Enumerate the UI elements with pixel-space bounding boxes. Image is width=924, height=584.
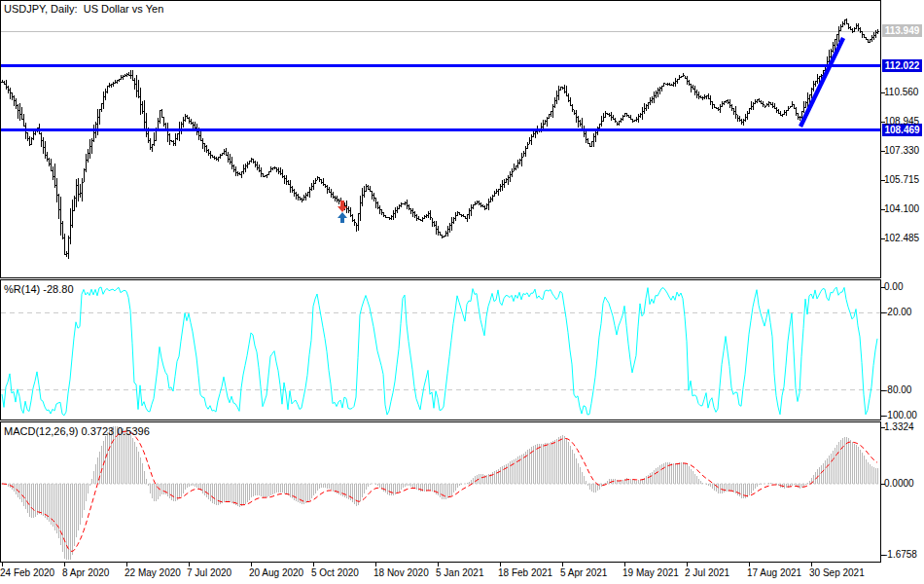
time-tick [500,563,501,566]
date-label: 30 Sep 2021 [809,567,865,578]
price-axis-label: 104.100 [884,203,919,215]
macd-indicator-canvas[interactable] [1,422,880,562]
date-label: 22 May 2020 [124,567,181,578]
time-tick [2,563,3,566]
price-axis-label: 107.330 [884,145,919,157]
wpr-line [2,287,877,416]
time-tick [687,563,688,566]
date-label: 5 Oct 2020 [311,567,359,578]
macd-axis-label: 1.3324 [884,421,914,433]
time-tick [313,563,314,566]
macd-axis-label: -1.6758 [884,549,917,561]
wpr-axis-label: 0.00 [884,281,903,293]
date-label: 18 Nov 2020 [373,567,429,578]
time-tick [251,563,252,566]
price-chart-canvas[interactable] [1,1,880,277]
wpr-label: %R(14) -28.80 [4,283,74,295]
date-label: 2 Jul 2021 [685,567,729,578]
trend-line[interactable] [800,38,843,127]
price-chart-panel[interactable] [0,0,881,278]
date-label: 5 Jan 2021 [436,567,484,578]
date-label: 7 Jul 2020 [187,567,231,578]
wpr-axis-label: -80.00 [884,384,911,396]
wpr-axis-label: -100.00 [884,410,917,421]
time-tick [811,563,812,566]
macd-axis-label: 0.0000 [884,478,914,490]
date-label: 20 Aug 2020 [249,567,303,578]
resistance-level-badge: 112.022 [882,59,922,72]
wpr-axis-label: -20.00 [884,307,911,318]
macd-histogram [2,426,877,560]
date-label: 19 May 2021 [622,567,679,578]
price-bars [1,18,879,259]
price-axis-label: 110.560 [884,87,918,98]
date-label: 18 Feb 2021 [498,567,552,578]
buy-arrow-icon[interactable] [338,212,347,223]
price-axis-label: 108.945 [884,116,919,128]
time-tick [624,563,625,566]
time-tick [189,563,190,566]
time-tick [375,563,376,566]
wpr-indicator-panel[interactable] [0,279,881,420]
time-tick [562,563,563,566]
wpr-indicator-canvas[interactable] [1,280,880,420]
macd-indicator-panel[interactable] [0,421,881,563]
time-tick [749,563,750,566]
current-price-badge: 113.949 [882,24,922,37]
date-label: 24 Feb 2020 [0,567,54,578]
date-label: 5 Apr 2021 [560,567,607,578]
price-axis-label: 105.715 [884,174,919,186]
time-tick [438,563,439,566]
price-axis-label: 102.485 [884,233,919,244]
time-tick [126,563,127,566]
time-tick [64,563,65,566]
date-label: 8 Apr 2020 [62,567,109,578]
macd-label: MACD(12,26,9) 0.3723 0.5396 [4,425,150,437]
date-label: 17 Aug 2021 [747,567,801,578]
chart-window: USDJPY, Daily: US Dollar vs Yen %R(14) -… [0,0,924,584]
chart-title: USDJPY, Daily: US Dollar vs Yen [4,3,163,15]
